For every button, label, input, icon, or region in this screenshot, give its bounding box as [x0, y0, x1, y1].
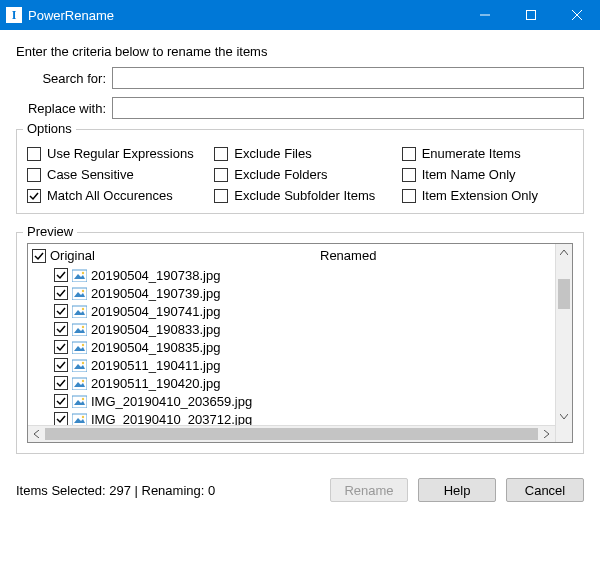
image-file-icon — [72, 359, 87, 372]
list-item[interactable]: IMG_20190410_203659.jpg — [30, 392, 555, 410]
svg-point-30 — [82, 415, 84, 417]
rename-button[interactable]: Rename — [330, 478, 408, 502]
hscroll-thumb[interactable] — [45, 428, 538, 440]
search-input[interactable] — [112, 67, 584, 89]
item-checkbox[interactable] — [54, 286, 68, 300]
item-checkbox[interactable] — [54, 268, 68, 282]
close-button[interactable] — [554, 0, 600, 30]
options-group: Options Use Regular ExpressionsExclude F… — [16, 129, 584, 214]
checkbox-icon[interactable] — [402, 189, 416, 203]
svg-point-27 — [82, 397, 84, 399]
file-name: 20190504_190739.jpg — [91, 286, 220, 301]
header-renamed: Renamed — [320, 248, 555, 263]
file-name: 20190504_190738.jpg — [91, 268, 220, 283]
checkbox-icon[interactable] — [402, 168, 416, 182]
vscroll-thumb[interactable] — [558, 279, 570, 309]
list-item[interactable]: 20190511_190411.jpg — [30, 356, 555, 374]
scroll-left-icon[interactable] — [28, 426, 45, 442]
image-file-icon — [72, 287, 87, 300]
replace-input[interactable] — [112, 97, 584, 119]
file-name: 20190504_190833.jpg — [91, 322, 220, 337]
checkbox-icon[interactable] — [214, 147, 228, 161]
scroll-right-icon[interactable] — [538, 426, 555, 442]
option-checkbox[interactable]: Item Extension Only — [402, 188, 573, 203]
option-checkbox[interactable]: Case Sensitive — [27, 167, 198, 182]
list-item[interactable]: 20190504_190835.jpg — [30, 338, 555, 356]
preview-group-label: Preview — [23, 224, 77, 239]
scroll-down-icon[interactable] — [556, 408, 572, 425]
option-label: Exclude Subfolder Items — [234, 188, 375, 203]
list-item[interactable]: 20190504_190833.jpg — [30, 320, 555, 338]
option-label: Case Sensitive — [47, 167, 134, 182]
option-label: Match All Occurences — [47, 188, 173, 203]
svg-point-12 — [82, 307, 84, 309]
options-group-label: Options — [23, 121, 76, 136]
checkbox-icon[interactable] — [214, 168, 228, 182]
file-name: IMG_20190410_203659.jpg — [91, 394, 252, 409]
list-item[interactable]: 20190504_190741.jpg — [30, 302, 555, 320]
search-row: Search for: — [16, 67, 584, 89]
status-text: Items Selected: 297 | Renaming: 0 — [16, 483, 320, 498]
option-label: Exclude Files — [234, 146, 311, 161]
list-item[interactable]: 20190511_190420.jpg — [30, 374, 555, 392]
scroll-up-icon[interactable] — [556, 244, 572, 261]
file-name: IMG_20190410_203712.jpg — [91, 412, 252, 426]
item-checkbox[interactable] — [54, 376, 68, 390]
list-item[interactable]: 20190504_190738.jpg — [30, 266, 555, 284]
option-label: Exclude Folders — [234, 167, 327, 182]
list-item[interactable]: 20190504_190739.jpg — [30, 284, 555, 302]
scroll-corner — [555, 425, 572, 442]
svg-point-15 — [82, 325, 84, 327]
svg-point-21 — [82, 361, 84, 363]
option-label: Use Regular Expressions — [47, 146, 194, 161]
item-checkbox[interactable] — [54, 322, 68, 336]
file-name: 20190504_190835.jpg — [91, 340, 220, 355]
preview-header: Original Renamed — [30, 246, 555, 266]
maximize-button[interactable] — [508, 0, 554, 30]
item-checkbox[interactable] — [54, 340, 68, 354]
checkbox-icon[interactable] — [27, 168, 41, 182]
list-item[interactable]: IMG_20190410_203712.jpg — [30, 410, 555, 425]
instruction-text: Enter the criteria below to rename the i… — [16, 44, 584, 59]
image-file-icon — [72, 341, 87, 354]
preview-list: Original Renamed 20190504_190738.jpg2019… — [27, 243, 573, 443]
search-label: Search for: — [16, 71, 112, 86]
option-checkbox[interactable]: Exclude Files — [214, 146, 385, 161]
window-title: PowerRename — [28, 8, 462, 23]
checkbox-icon[interactable] — [214, 189, 228, 203]
file-list: 20190504_190738.jpg20190504_190739.jpg20… — [30, 266, 555, 425]
vertical-scrollbar[interactable] — [555, 244, 572, 425]
help-button[interactable]: Help — [418, 478, 496, 502]
image-file-icon — [72, 305, 87, 318]
image-file-icon — [72, 269, 87, 282]
item-checkbox[interactable] — [54, 358, 68, 372]
cancel-button[interactable]: Cancel — [506, 478, 584, 502]
svg-point-24 — [82, 379, 84, 381]
item-checkbox[interactable] — [54, 304, 68, 318]
image-file-icon — [72, 395, 87, 408]
option-checkbox[interactable]: Exclude Folders — [214, 167, 385, 182]
item-checkbox[interactable] — [54, 394, 68, 408]
titlebar[interactable]: I PowerRename — [0, 0, 600, 30]
checkbox-icon[interactable] — [402, 147, 416, 161]
option-checkbox[interactable]: Item Name Only — [402, 167, 573, 182]
image-file-icon — [72, 323, 87, 336]
checkbox-icon[interactable] — [27, 147, 41, 161]
checkbox-icon[interactable] — [27, 189, 41, 203]
minimize-button[interactable] — [462, 0, 508, 30]
option-checkbox[interactable]: Match All Occurences — [27, 188, 198, 203]
item-checkbox[interactable] — [54, 412, 68, 425]
option-label: Item Name Only — [422, 167, 516, 182]
vscroll-track[interactable] — [556, 261, 572, 408]
option-checkbox[interactable]: Enumerate Items — [402, 146, 573, 161]
app-icon: I — [6, 7, 22, 23]
root-checkbox[interactable] — [32, 249, 46, 263]
replace-label: Replace with: — [16, 101, 112, 116]
svg-point-6 — [82, 271, 84, 273]
option-checkbox[interactable]: Use Regular Expressions — [27, 146, 198, 161]
option-checkbox[interactable]: Exclude Subfolder Items — [214, 188, 385, 203]
image-file-icon — [72, 377, 87, 390]
horizontal-scrollbar[interactable] — [28, 425, 555, 442]
main-content: Enter the criteria below to rename the i… — [0, 30, 600, 464]
hscroll-track[interactable] — [45, 426, 538, 442]
